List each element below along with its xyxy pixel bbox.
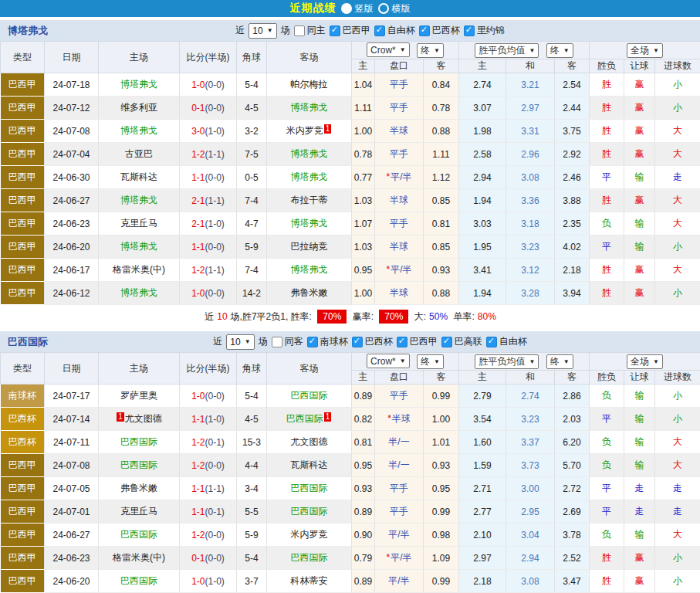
league-filter[interactable]: 巴西杯 (419, 24, 460, 37)
result-outcome: 胜 (590, 282, 624, 305)
league-filter[interactable]: 自由杯 (374, 24, 415, 37)
away-team[interactable]: 巴西国际 (267, 477, 352, 500)
result-outcome: 胜 (590, 97, 624, 120)
home-team[interactable]: 博塔弗戈 (99, 189, 180, 212)
checkbox-checked-icon[interactable] (307, 337, 318, 347)
checkbox-unchecked-icon[interactable] (272, 337, 282, 347)
home-team[interactable]: 巴西国际 (99, 431, 180, 454)
same-venue-filter[interactable]: 同主 (294, 24, 326, 37)
league-filter[interactable]: 南球杯 (307, 335, 348, 348)
odds-company-select[interactable]: Crow* (367, 354, 410, 368)
away-team[interactable]: 博塔弗戈 (267, 97, 352, 120)
away-team[interactable]: 科林蒂安 (267, 570, 352, 593)
league-filter[interactable]: 巴西甲 (397, 335, 438, 348)
checkbox-checked-icon[interactable] (464, 25, 475, 36)
match-date: 24-06-20 (45, 570, 99, 593)
col-avg-draw: 和 (506, 59, 555, 73)
layout-vertical-radio[interactable]: 竖版 (341, 2, 374, 15)
avg-away-odds: 6.20 (555, 431, 590, 454)
team-name[interactable]: 博塔弗戈 (8, 24, 48, 38)
away-team[interactable]: 尤文图德 (267, 431, 352, 454)
checkbox-checked-icon[interactable] (486, 337, 497, 347)
away-team[interactable]: 博塔弗戈 (267, 143, 352, 166)
league-filter[interactable]: 巴西杯 (352, 335, 393, 348)
odds-home: 1.03 (352, 189, 375, 212)
away-team[interactable]: 米内罗竞 (267, 524, 352, 547)
radio-unselected-icon[interactable] (378, 3, 389, 14)
away-team[interactable]: 巴西国际 (267, 385, 352, 408)
avg-final-select[interactable]: 终 (546, 354, 573, 369)
checkbox-unchecked-icon[interactable] (294, 25, 305, 36)
same-venue-filter[interactable]: 同客 (272, 335, 303, 348)
away-team[interactable]: 巴西国际1 (267, 408, 352, 431)
away-team[interactable]: 瓦斯科达 (267, 454, 352, 477)
home-team[interactable]: 1尤文图德 (99, 408, 180, 431)
home-team[interactable]: 弗鲁米嫩 (99, 477, 180, 500)
match-count-select[interactable]: 10 (226, 334, 254, 350)
home-team[interactable]: 博塔弗戈 (99, 73, 180, 97)
avg-final-select[interactable]: 终 (546, 43, 573, 58)
home-team[interactable]: 巴西国际 (99, 524, 180, 547)
home-team[interactable]: 博塔弗戈 (99, 282, 180, 305)
away-team[interactable]: 布拉干蒂 (267, 189, 352, 212)
home-team[interactable]: 古亚巴 (99, 143, 180, 166)
home-team[interactable]: 巴西国际 (99, 454, 180, 477)
league-filter[interactable]: 巴高联 (441, 335, 482, 348)
handicap-outcome: 赢 (624, 570, 655, 593)
home-team[interactable]: 克里丘马 (99, 212, 180, 236)
home-team[interactable]: 博塔弗戈 (99, 236, 180, 259)
layout-horizontal-radio[interactable]: 横版 (378, 2, 411, 15)
league-filter-label: 自由杯 (499, 335, 527, 348)
away-team[interactable]: 弗鲁米嫩 (267, 282, 352, 305)
filter-bar: 近 10 场 同主 巴西甲 自由杯 巴西杯 里约锦 (48, 23, 692, 39)
handicap-line: 平手 (375, 143, 424, 166)
away-team[interactable]: 米内罗竞1 (267, 120, 352, 143)
checkbox-checked-icon[interactable] (330, 25, 340, 36)
handicap-outcome: 赢 (624, 282, 655, 305)
away-team[interactable]: 巴西国际 (267, 547, 352, 570)
match-count-select[interactable]: 10 (249, 23, 276, 39)
scope-select[interactable]: 全场 (627, 354, 663, 369)
radio-selected-icon[interactable] (341, 3, 352, 14)
checkbox-checked-icon[interactable] (374, 25, 385, 36)
home-team[interactable]: 瓦斯科达 (99, 166, 180, 189)
goals-outcome: 大 (655, 143, 700, 166)
checkbox-checked-icon[interactable] (352, 337, 363, 347)
league-filter[interactable]: 自由杯 (486, 335, 527, 348)
home-team[interactable]: 格雷米奥(中) (99, 259, 180, 282)
match-row: 南球杯 24-07-17 罗萨里奥 1-0(0-0) 5-4 巴西国际 0.89… (1, 385, 700, 408)
team-name[interactable]: 巴西国际 (8, 335, 48, 349)
away-team[interactable]: 博塔弗戈 (267, 259, 352, 282)
competition-type: 巴西甲 (1, 236, 45, 259)
home-team[interactable]: 克里丘马 (99, 500, 180, 524)
away-team[interactable]: 博塔弗戈 (267, 212, 352, 236)
away-team[interactable]: 帕尔梅拉 (267, 73, 352, 97)
home-team[interactable]: 格雷米奥(中) (99, 547, 180, 570)
avg-odds-select[interactable]: 胜平负均值 (475, 43, 539, 58)
league-filter[interactable]: 里约锦 (464, 24, 505, 37)
score: 1-2(0-1) (180, 431, 237, 454)
away-team[interactable]: 巴西国际 (267, 500, 352, 524)
avg-draw-odds: 2.96 (506, 143, 555, 166)
goals-outcome: 大 (655, 454, 700, 477)
away-team[interactable]: 巴拉纳竞 (267, 236, 352, 259)
scope-select[interactable]: 全场 (627, 43, 663, 58)
checkbox-checked-icon[interactable] (419, 25, 430, 36)
goals-outcome: 走 (655, 166, 700, 189)
checkbox-checked-icon[interactable] (441, 337, 452, 347)
checkbox-checked-icon[interactable] (397, 337, 407, 347)
away-team[interactable]: 博塔弗戈 (267, 166, 352, 189)
odds-final-select[interactable]: 终 (417, 354, 444, 369)
avg-odds-select[interactable]: 胜平负均值 (475, 354, 539, 369)
odds-company-select[interactable]: Crow* (367, 42, 410, 57)
home-team[interactable]: 罗萨里奥 (99, 385, 180, 408)
competition-type: 巴西甲 (1, 189, 45, 212)
home-team[interactable]: 维多利亚 (99, 97, 180, 120)
result-outcome: 胜 (590, 120, 624, 143)
home-team[interactable]: 博塔弗戈 (99, 120, 180, 143)
odds-final-select[interactable]: 终 (417, 43, 444, 58)
league-filter[interactable]: 巴西甲 (330, 24, 370, 37)
home-team[interactable]: 巴西国际 (99, 570, 180, 593)
handicap-line: 平手 (375, 73, 424, 97)
handicap-line: 半/一 (375, 454, 424, 477)
